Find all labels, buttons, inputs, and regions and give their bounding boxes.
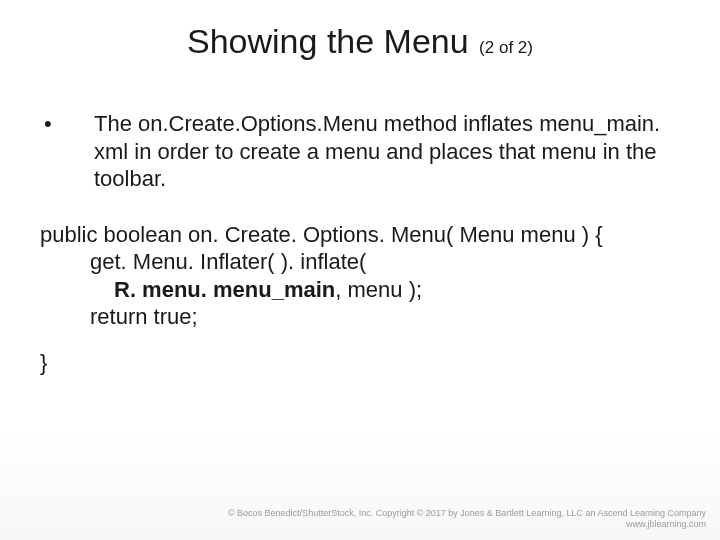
bullet-text: The on.Create.Options.Menu method inflat…: [94, 110, 680, 193]
title-main: Showing the Menu: [187, 22, 469, 60]
code-line: return true;: [90, 303, 680, 331]
bullet-item: • The on.Create.Options.Menu method infl…: [40, 110, 680, 193]
code-bold: R. menu. menu_main: [114, 277, 335, 302]
code-line: }: [40, 349, 680, 377]
slide-body: • The on.Create.Options.Menu method infl…: [40, 110, 680, 376]
code-text: , menu );: [335, 277, 422, 302]
footer: © Bocos Benedict/ShutterStock, Inc. Copy…: [228, 508, 706, 531]
footer-copyright: © Bocos Benedict/ShutterStock, Inc. Copy…: [228, 508, 706, 519]
code-line: get. Menu. Inflater( ). inflate(: [90, 248, 680, 276]
title-sub: (2 of 2): [479, 38, 533, 57]
code-line: R. menu. menu_main, menu );: [114, 276, 680, 304]
bullet-mark: •: [40, 110, 94, 138]
footer-url: www.jblearning.com: [228, 519, 706, 530]
slide: Showing the Menu (2 of 2) • The on.Creat…: [0, 0, 720, 540]
slide-title: Showing the Menu (2 of 2): [0, 22, 720, 61]
code-line: public boolean on. Create. Options. Menu…: [40, 221, 680, 249]
code-block: public boolean on. Create. Options. Menu…: [40, 221, 680, 377]
